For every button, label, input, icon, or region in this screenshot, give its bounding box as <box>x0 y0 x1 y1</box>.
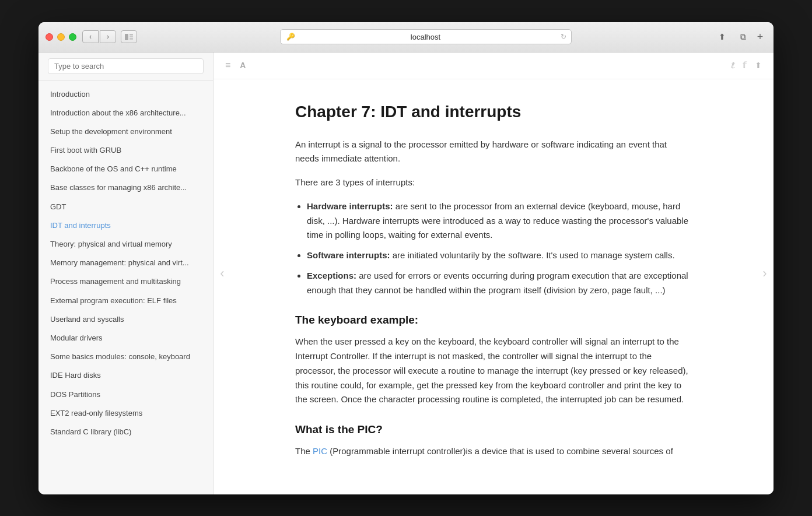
pic-text-start: The <box>295 446 313 456</box>
back-button[interactable]: ‹ <box>82 30 99 43</box>
tab-manager-button[interactable]: ⧉ <box>735 30 751 43</box>
pic-heading: What is the PIC? <box>295 423 692 436</box>
sidebar-item-base-classes[interactable]: Base classes for managing x86 archite... <box>38 178 213 197</box>
sidebar-item-first-boot-grub[interactable]: First boot with GRUB <box>38 141 213 160</box>
url-reload-icon[interactable]: ↻ <box>561 33 566 41</box>
software-text: are initiated voluntarily by the softwar… <box>390 250 675 260</box>
main-content: ≡ A 𝕥 𝕗 ⬆ Chapter 7: IDT and interrupts … <box>214 52 774 494</box>
sidebar-item-external-program[interactable]: External program execution: ELF files <box>38 292 213 310</box>
next-page-button[interactable]: › <box>756 259 774 288</box>
hardware-label: Hardware interrupts: <box>307 201 393 211</box>
sidebar-nav: IntroductionIntroduction about the x86 a… <box>38 80 213 494</box>
sidebar-item-process-management[interactable]: Process management and multitasking <box>38 272 213 291</box>
toolbar-right: ⬆ ⧉ <box>714 30 751 43</box>
list-icon[interactable]: ≡ <box>225 60 230 71</box>
twitter-icon[interactable]: 𝕥 <box>730 60 734 71</box>
article-types-intro: There are 3 types of interrupts: <box>295 175 692 190</box>
sidebar-item-x86-architecture[interactable]: Introduction about the x86 architecture.… <box>38 104 213 122</box>
sidebar-item-idt-interrupts[interactable]: IDT and interrupts <box>38 216 213 235</box>
keyboard-paragraph: When the user pressed a key on the keybo… <box>295 335 692 407</box>
sidebar-item-basics-modules[interactable]: Some basics modules: console, keyboard <box>38 347 213 366</box>
new-tab-button[interactable]: + <box>754 30 766 43</box>
share-icon[interactable]: ⬆ <box>755 61 762 70</box>
pic-link[interactable]: PIC <box>313 446 327 456</box>
sidebar-item-userland-syscalls[interactable]: Userland and syscalls <box>38 310 213 329</box>
keyboard-heading: The keyboard example: <box>295 314 692 327</box>
url-text: localhost <box>411 33 440 41</box>
browser-window: ‹ › 🔑 localhost ↻ ⬆ ⧉ + <box>38 22 774 494</box>
reader-toolbar-right: 𝕥 𝕗 ⬆ <box>730 60 762 71</box>
list-item-software: Software interrupts: are initiated volun… <box>307 248 692 263</box>
forward-button[interactable]: › <box>100 30 116 43</box>
interrupts-list: Hardware interrupts: are sent to the pro… <box>307 199 692 298</box>
url-bar-container: 🔑 localhost ↻ <box>144 29 707 44</box>
sidebar-item-ide-hard-disks[interactable]: IDE Hard disks <box>38 366 213 385</box>
close-button[interactable] <box>46 33 53 41</box>
titlebar: ‹ › 🔑 localhost ↻ ⬆ ⧉ + <box>38 22 774 52</box>
content-area: IntroductionIntroduction about the x86 a… <box>38 52 774 494</box>
list-item-hardware: Hardware interrupts: are sent to the pro… <box>307 199 692 243</box>
facebook-icon[interactable]: 𝕗 <box>743 60 747 71</box>
article-title: Chapter 7: IDT and interrupts <box>295 103 692 121</box>
svg-rect-1 <box>130 34 133 36</box>
sidebar-toggle-button[interactable] <box>121 30 137 43</box>
sidebar-header <box>38 52 213 80</box>
share-button[interactable]: ⬆ <box>714 30 730 43</box>
svg-rect-3 <box>130 38 133 40</box>
pic-paragraph: The PIC (Programmable interrupt controll… <box>295 444 692 459</box>
reader-toolbar-left: ≡ A <box>225 60 246 71</box>
nav-buttons: ‹ › <box>82 30 116 43</box>
sidebar-item-ext2-filesystems[interactable]: EXT2 read-only filesystems <box>38 404 213 423</box>
exceptions-label: Exceptions: <box>307 271 356 280</box>
list-item-exceptions: Exceptions: are used for errors or event… <box>307 269 692 298</box>
pic-text-end: (Programmable interrupt controller)is a … <box>327 446 673 456</box>
font-icon[interactable]: A <box>240 61 246 70</box>
software-label: Software interrupts: <box>307 250 390 260</box>
url-bar[interactable]: 🔑 localhost ↻ <box>280 29 572 44</box>
sidebar-item-standard-c-library[interactable]: Standard C library (libC) <box>38 423 213 441</box>
exceptions-text: are used for errors or events occurring … <box>307 271 688 295</box>
sidebar-item-theory-memory[interactable]: Theory: physical and virtual memory <box>38 235 213 254</box>
article-intro: An interrupt is a signal to the processo… <box>295 138 692 167</box>
sidebar-item-setup-dev-env[interactable]: Setup the development environment <box>38 122 213 141</box>
minimize-button[interactable] <box>57 33 65 41</box>
url-left-icon: 🔑 <box>286 33 295 41</box>
prev-page-button[interactable]: ‹ <box>214 259 231 288</box>
sidebar-item-modular-drivers[interactable]: Modular drivers <box>38 329 213 347</box>
content-relative: ‹ ≡ A 𝕥 𝕗 ⬆ Chapt <box>214 52 774 494</box>
sidebar-item-gdt[interactable]: GDT <box>38 198 213 216</box>
search-input[interactable] <box>48 58 204 74</box>
sidebar-item-dos-partitions[interactable]: DOS Partitions <box>38 385 213 404</box>
sidebar-item-memory-management[interactable]: Memory management: physical and virt... <box>38 254 213 272</box>
sidebar-item-backbone-os[interactable]: Backbone of the OS and C++ runtime <box>38 160 213 178</box>
svg-rect-0 <box>125 34 128 40</box>
sidebar: IntroductionIntroduction about the x86 a… <box>38 52 214 494</box>
svg-rect-2 <box>130 36 133 37</box>
article-wrapper[interactable]: Chapter 7: IDT and interrupts An interru… <box>214 79 774 494</box>
article: Chapter 7: IDT and interrupts An interru… <box>272 79 715 494</box>
reader-toolbar: ≡ A 𝕥 𝕗 ⬆ <box>214 52 774 79</box>
traffic-lights <box>46 33 76 41</box>
maximize-button[interactable] <box>69 33 76 41</box>
sidebar-item-introduction[interactable]: Introduction <box>38 85 213 104</box>
